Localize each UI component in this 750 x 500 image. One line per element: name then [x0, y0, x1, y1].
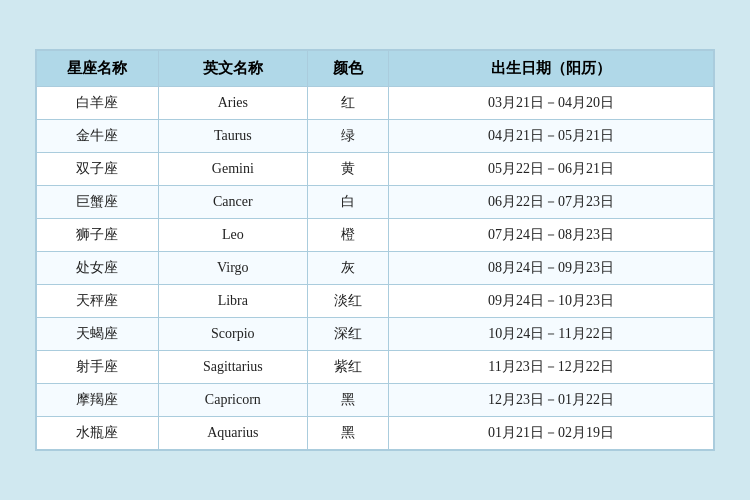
cell-en: Sagittarius: [158, 351, 307, 384]
cell-date: 03月21日－04月20日: [389, 87, 714, 120]
cell-zh: 巨蟹座: [37, 186, 159, 219]
cell-zh: 金牛座: [37, 120, 159, 153]
table-row: 处女座Virgo灰08月24日－09月23日: [37, 252, 714, 285]
cell-zh: 天蝎座: [37, 318, 159, 351]
cell-date: 11月23日－12月22日: [389, 351, 714, 384]
table-row: 双子座Gemini黄05月22日－06月21日: [37, 153, 714, 186]
cell-zh: 白羊座: [37, 87, 159, 120]
cell-zh: 射手座: [37, 351, 159, 384]
cell-color: 深红: [307, 318, 388, 351]
cell-zh: 处女座: [37, 252, 159, 285]
cell-en: Cancer: [158, 186, 307, 219]
table-row: 水瓶座Aquarius黑01月21日－02月19日: [37, 417, 714, 450]
cell-zh: 天秤座: [37, 285, 159, 318]
cell-en: Gemini: [158, 153, 307, 186]
cell-en: Leo: [158, 219, 307, 252]
cell-en: Capricorn: [158, 384, 307, 417]
cell-color: 红: [307, 87, 388, 120]
cell-color: 紫红: [307, 351, 388, 384]
cell-en: Libra: [158, 285, 307, 318]
table-header-row: 星座名称 英文名称 颜色 出生日期（阳历）: [37, 51, 714, 87]
cell-zh: 摩羯座: [37, 384, 159, 417]
cell-date: 07月24日－08月23日: [389, 219, 714, 252]
cell-zh: 双子座: [37, 153, 159, 186]
cell-date: 09月24日－10月23日: [389, 285, 714, 318]
table-row: 天秤座Libra淡红09月24日－10月23日: [37, 285, 714, 318]
cell-color: 黑: [307, 384, 388, 417]
header-en: 英文名称: [158, 51, 307, 87]
table-row: 巨蟹座Cancer白06月22日－07月23日: [37, 186, 714, 219]
zodiac-table: 星座名称 英文名称 颜色 出生日期（阳历） 白羊座Aries红03月21日－04…: [36, 50, 714, 450]
table-row: 白羊座Aries红03月21日－04月20日: [37, 87, 714, 120]
header-zh: 星座名称: [37, 51, 159, 87]
cell-date: 08月24日－09月23日: [389, 252, 714, 285]
table-row: 摩羯座Capricorn黑12月23日－01月22日: [37, 384, 714, 417]
cell-en: Scorpio: [158, 318, 307, 351]
header-date: 出生日期（阳历）: [389, 51, 714, 87]
table-row: 射手座Sagittarius紫红11月23日－12月22日: [37, 351, 714, 384]
table-row: 狮子座Leo橙07月24日－08月23日: [37, 219, 714, 252]
cell-en: Aquarius: [158, 417, 307, 450]
cell-date: 05月22日－06月21日: [389, 153, 714, 186]
cell-date: 04月21日－05月21日: [389, 120, 714, 153]
cell-date: 01月21日－02月19日: [389, 417, 714, 450]
cell-en: Taurus: [158, 120, 307, 153]
cell-color: 淡红: [307, 285, 388, 318]
cell-zh: 水瓶座: [37, 417, 159, 450]
cell-color: 绿: [307, 120, 388, 153]
cell-date: 10月24日－11月22日: [389, 318, 714, 351]
cell-color: 黄: [307, 153, 388, 186]
table-row: 天蝎座Scorpio深红10月24日－11月22日: [37, 318, 714, 351]
cell-zh: 狮子座: [37, 219, 159, 252]
header-color: 颜色: [307, 51, 388, 87]
cell-color: 灰: [307, 252, 388, 285]
cell-en: Virgo: [158, 252, 307, 285]
cell-en: Aries: [158, 87, 307, 120]
cell-color: 白: [307, 186, 388, 219]
cell-date: 12月23日－01月22日: [389, 384, 714, 417]
table-row: 金牛座Taurus绿04月21日－05月21日: [37, 120, 714, 153]
zodiac-table-container: 星座名称 英文名称 颜色 出生日期（阳历） 白羊座Aries红03月21日－04…: [35, 49, 715, 451]
cell-date: 06月22日－07月23日: [389, 186, 714, 219]
cell-color: 橙: [307, 219, 388, 252]
cell-color: 黑: [307, 417, 388, 450]
